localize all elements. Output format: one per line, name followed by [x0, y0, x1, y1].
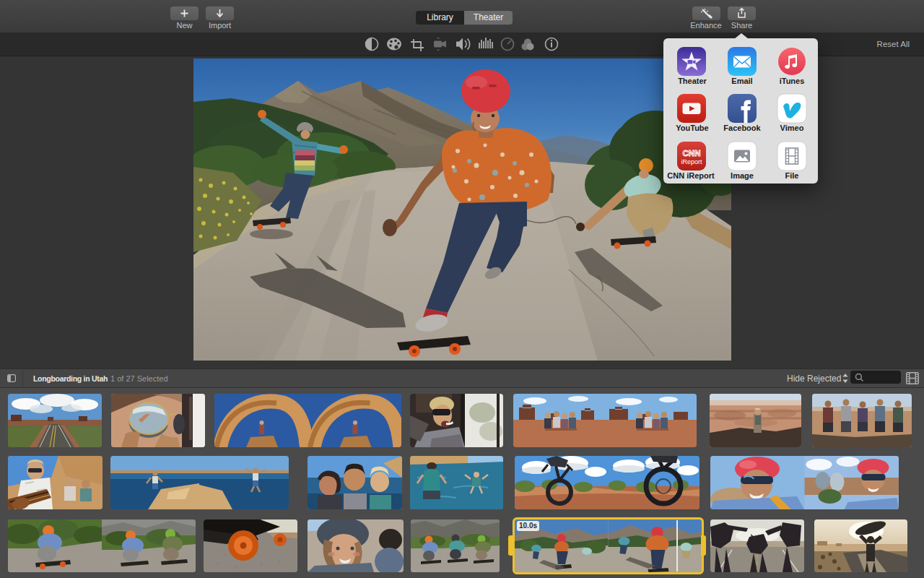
svg-text:iReport: iReport [681, 158, 702, 165]
svg-text:CNN: CNN [683, 149, 701, 158]
